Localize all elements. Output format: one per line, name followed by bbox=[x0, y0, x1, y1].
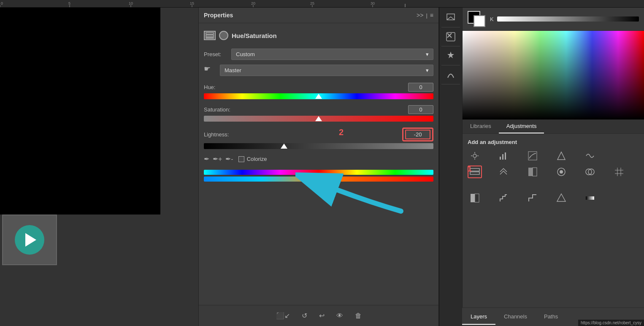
background-color[interactable] bbox=[474, 15, 485, 27]
eyedropper-icon[interactable]: ✒ bbox=[204, 155, 209, 163]
lightness-value[interactable]: -20 bbox=[405, 130, 430, 139]
color-picker-panel: K Libraries Adjustments Add an adjustmen… bbox=[462, 8, 644, 326]
adj-posterize-icon[interactable] bbox=[496, 192, 511, 204]
adj-invert-icon[interactable] bbox=[468, 192, 482, 204]
adj-exposure-icon[interactable] bbox=[554, 149, 568, 162]
adj-levels-icon[interactable] bbox=[496, 149, 511, 162]
adj-selective-color-icon[interactable] bbox=[554, 192, 568, 204]
svg-rect-26 bbox=[500, 157, 501, 160]
lightness-slider-track[interactable] bbox=[204, 143, 433, 149]
adjustments-content: Add an adjustment bbox=[463, 134, 644, 213]
tab-channels[interactable]: Channels bbox=[495, 309, 536, 325]
panel-title: Properties bbox=[204, 12, 233, 19]
clip-button[interactable]: ⬛↙ bbox=[274, 310, 292, 321]
menu-icon[interactable]: ≡ bbox=[430, 12, 433, 19]
adj-layers-icon bbox=[204, 31, 216, 40]
hand-tool-icon[interactable]: ☛ bbox=[204, 64, 216, 76]
properties-panel: Properties >> | ≡ Hue/Saturation Preset:… bbox=[198, 8, 439, 326]
tool-icon-1[interactable] bbox=[442, 11, 459, 24]
hue-reference-bar bbox=[204, 170, 433, 175]
adj-balance-icon[interactable] bbox=[496, 166, 511, 178]
preset-label: Preset: bbox=[204, 51, 227, 57]
colorize-label: Colorize bbox=[247, 156, 267, 162]
saturation-value[interactable]: 0 bbox=[408, 105, 433, 114]
lightness-slider-row: Lightness: 2 -20 bbox=[204, 128, 433, 149]
play-icon bbox=[25, 233, 36, 247]
hue-slider-thumb[interactable] bbox=[315, 94, 322, 99]
hue-slider-row: Hue: 0 bbox=[204, 83, 433, 99]
website-label: https://blog.csdn.net/robert_cysy bbox=[578, 320, 644, 326]
adj-channel-mix-icon[interactable] bbox=[583, 166, 597, 178]
adj-brightness-icon[interactable] bbox=[468, 149, 482, 162]
svg-rect-18 bbox=[206, 38, 214, 38]
lightness-slider-thumb[interactable] bbox=[281, 144, 287, 149]
annotation-2: 2 bbox=[339, 128, 344, 137]
eyedropper-subtract-icon[interactable]: ✒- bbox=[225, 155, 233, 163]
svg-rect-43 bbox=[471, 194, 475, 202]
tool-separator-3 bbox=[441, 65, 460, 65]
svg-rect-27 bbox=[502, 154, 503, 160]
colorize-checkbox[interactable] bbox=[238, 156, 244, 162]
svg-point-36 bbox=[560, 170, 563, 174]
svg-rect-16 bbox=[206, 33, 214, 34]
adj-icons-row-2 bbox=[468, 166, 639, 178]
tab-adjustments[interactable]: Adjustments bbox=[499, 120, 544, 133]
svg-rect-29 bbox=[528, 152, 537, 160]
right-tools-panel bbox=[439, 8, 462, 326]
saturation-slider-thumb[interactable] bbox=[315, 116, 322, 121]
adj-bw-icon[interactable] bbox=[525, 166, 540, 178]
visibility-toggle[interactable]: 👁 bbox=[335, 310, 345, 321]
annotation-area: 1 bbox=[468, 182, 639, 192]
svg-text:0: 0 bbox=[1, 1, 3, 5]
k-label: K bbox=[490, 16, 494, 22]
svg-rect-17 bbox=[206, 35, 214, 37]
hue-slider-track[interactable] bbox=[204, 93, 433, 99]
colorize-checkbox-label[interactable]: Colorize bbox=[238, 156, 267, 162]
video-thumbnail[interactable] bbox=[2, 215, 57, 265]
svg-rect-34 bbox=[533, 168, 537, 176]
delete-button[interactable]: 🗑 bbox=[353, 310, 363, 321]
annotation-1: 1 bbox=[468, 165, 472, 174]
adj-photo-filter-icon[interactable] bbox=[554, 166, 568, 178]
preset-dropdown[interactable]: Custom ▾ bbox=[231, 49, 433, 60]
tool-icon-2[interactable] bbox=[442, 30, 459, 43]
color-swatches-area: K bbox=[463, 8, 644, 31]
adj-vibrance-icon[interactable] bbox=[583, 149, 597, 162]
adj-curves-icon[interactable] bbox=[525, 149, 540, 162]
adj-circle-icon bbox=[219, 31, 228, 40]
panel-body: Hue/Saturation Preset: Custom ▾ ☛ Master… bbox=[199, 23, 438, 191]
expand-icon[interactable]: >> bbox=[417, 12, 423, 19]
svg-text:25: 25 bbox=[310, 1, 314, 5]
tool-icon-4[interactable] bbox=[442, 68, 459, 82]
adj-grid-icon[interactable] bbox=[612, 166, 626, 178]
panel-header-icons: >> | ≡ bbox=[417, 12, 433, 19]
canvas-area bbox=[0, 8, 198, 326]
master-row: ☛ Master ▾ bbox=[204, 64, 433, 76]
adj-empty-1 bbox=[612, 149, 626, 162]
adj-gradient-map-icon[interactable] bbox=[583, 192, 597, 204]
tab-libraries[interactable]: Libraries bbox=[463, 120, 499, 133]
channel-dropdown[interactable]: Master ▾ bbox=[220, 65, 433, 76]
reset-previous-button[interactable]: ↺ bbox=[300, 310, 309, 321]
chevron-down-icon: ▾ bbox=[426, 51, 429, 57]
tab-layers[interactable]: Layers bbox=[462, 309, 495, 325]
tool-separator-2 bbox=[441, 46, 460, 46]
saturation-slider-track[interactable] bbox=[204, 116, 433, 122]
tool-icon-3[interactable] bbox=[442, 49, 459, 62]
saturation-label: Saturation: bbox=[204, 106, 230, 113]
adj-threshold-icon[interactable] bbox=[525, 192, 540, 204]
color-bars bbox=[204, 170, 433, 182]
svg-text:30: 30 bbox=[371, 1, 375, 5]
reset-button[interactable]: ↩ bbox=[317, 310, 326, 321]
svg-point-21 bbox=[473, 154, 476, 158]
k-slider[interactable] bbox=[497, 16, 639, 22]
color-gradient-picker[interactable] bbox=[463, 31, 644, 120]
play-button[interactable] bbox=[15, 225, 44, 255]
hue-value[interactable]: 0 bbox=[408, 83, 433, 92]
svg-text:10: 10 bbox=[129, 1, 133, 5]
preset-value: Custom bbox=[236, 51, 255, 57]
eyedropper-add-icon[interactable]: ✒+ bbox=[213, 155, 222, 163]
canvas-black bbox=[0, 8, 160, 215]
fg-bg-color-swatches[interactable] bbox=[468, 11, 487, 27]
tab-paths[interactable]: Paths bbox=[536, 309, 566, 325]
